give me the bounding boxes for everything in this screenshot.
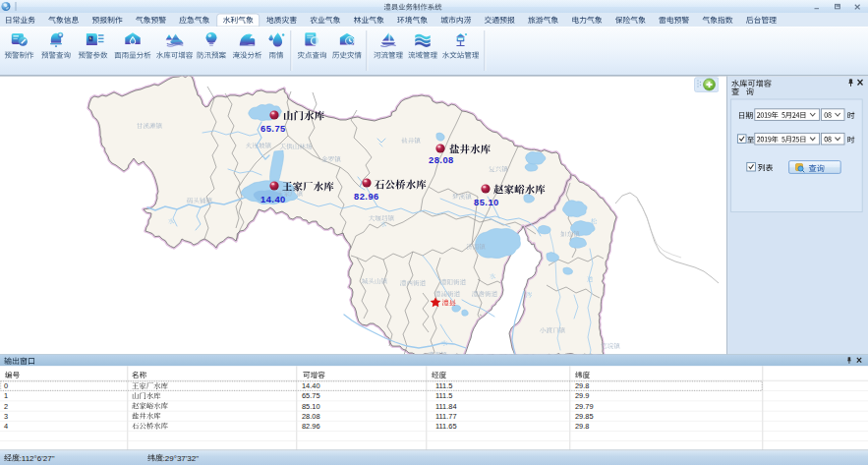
svg-text:82.96: 82.96 xyxy=(302,422,320,431)
svg-text::29°37'32": :29°37'32" xyxy=(163,454,200,463)
svg-text:14.40: 14.40 xyxy=(302,381,320,390)
svg-text:111.5: 111.5 xyxy=(435,381,452,390)
svg-text:111.77: 111.77 xyxy=(435,412,457,421)
svg-text:28.08: 28.08 xyxy=(302,412,320,421)
svg-text:1: 1 xyxy=(4,391,8,400)
svg-text:82.96: 82.96 xyxy=(354,192,379,202)
svg-text:29.9: 29.9 xyxy=(575,391,589,400)
svg-text:2: 2 xyxy=(4,402,8,411)
svg-text:111.65: 111.65 xyxy=(435,422,457,431)
svg-text:14.40: 14.40 xyxy=(260,195,286,204)
svg-text:3: 3 xyxy=(4,412,8,421)
svg-text:111.5: 111.5 xyxy=(435,391,452,400)
svg-text:29.8: 29.8 xyxy=(575,422,589,431)
svg-text:111.84: 111.84 xyxy=(435,402,457,411)
svg-text:0: 0 xyxy=(4,381,8,390)
svg-text:65.75: 65.75 xyxy=(260,124,286,134)
svg-text:85.10: 85.10 xyxy=(474,198,499,207)
svg-text:29.8: 29.8 xyxy=(575,381,589,390)
svg-text:28.08: 28.08 xyxy=(429,155,454,165)
svg-text:29.79: 29.79 xyxy=(575,402,594,411)
svg-text:65.75: 65.75 xyxy=(302,391,320,400)
svg-text::112°6'27": :112°6'27" xyxy=(20,454,55,463)
svg-text:29.85: 29.85 xyxy=(575,412,594,421)
svg-text:85.10: 85.10 xyxy=(302,402,320,411)
svg-text:4: 4 xyxy=(4,422,8,431)
